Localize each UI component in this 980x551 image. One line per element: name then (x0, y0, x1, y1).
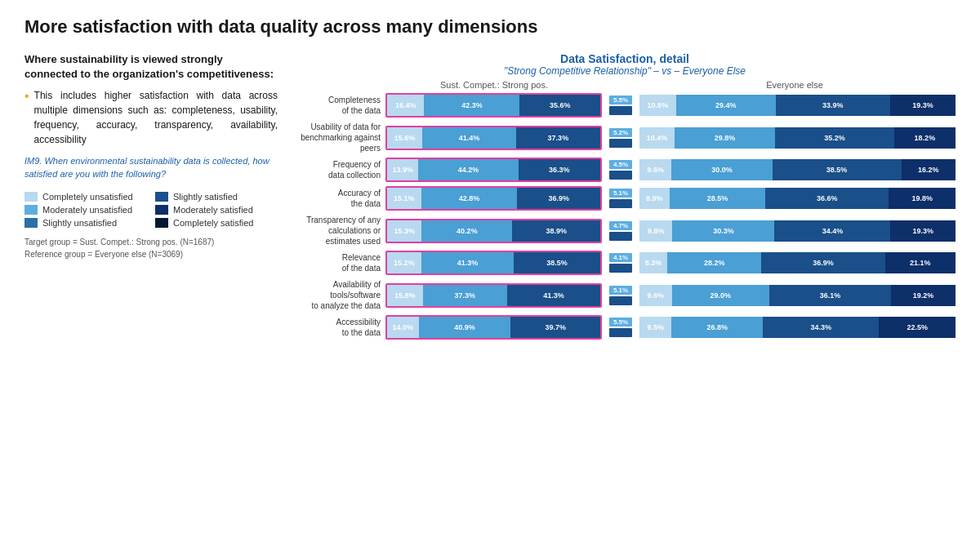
bar-segment: 19.3% (890, 95, 956, 116)
legend-color (155, 192, 168, 202)
divider-top: 5.1% (609, 189, 632, 198)
divider-col: 5.5% (607, 318, 635, 337)
bar-segment: 36.6% (765, 188, 889, 209)
bar-segment: 9.8% (639, 220, 672, 242)
bar-segment: 35.2% (775, 127, 894, 149)
bar-segment: 42.3% (424, 95, 519, 116)
bar-segment: 38.9% (512, 220, 600, 242)
bar-segment: 41.3% (507, 285, 600, 306)
bar-segment: 19.3% (890, 220, 956, 242)
bar-segment: 36.3% (519, 159, 600, 180)
bar-segment: 8.3% (639, 252, 667, 273)
left-bars: 15.8%37.3%41.3% (385, 283, 602, 308)
chart-row: Relevanceof the data15.2%41.3%38.5%4.1%8… (294, 251, 956, 275)
left-bars: 15.3%40.2%38.9% (385, 219, 602, 243)
bar-segment: 30.3% (672, 220, 774, 242)
legend-item: Slightly satisfied (155, 192, 278, 202)
divider-col: 4.1% (607, 253, 635, 273)
chart-row: Completenessof the data16.4%42.3%35.6%5.… (294, 93, 956, 118)
left-bars: 13.9%44.2%36.3% (385, 158, 602, 182)
right-bars: 9.6%29.0%36.1%19.2% (639, 285, 956, 306)
bar-segment: 38.5% (773, 159, 902, 180)
bar-segment: 19.2% (891, 285, 956, 306)
divider-top: 4.5% (609, 160, 632, 169)
legend-item: Moderately unsatisfied (24, 205, 147, 215)
divider-top: 4.7% (609, 221, 632, 230)
source-note: IM9. When environmental sustainability d… (24, 155, 278, 180)
bar-segment: 44.2% (418, 159, 518, 180)
chart-rows: Completenessof the data16.4%42.3%35.6%5.… (294, 93, 956, 340)
bar-segment: 37.3% (423, 285, 507, 306)
bar-segment: 26.8% (671, 317, 762, 338)
bar-segment: 36.9% (517, 188, 600, 209)
bar-segment: 21.1% (885, 252, 956, 273)
chart-headers: Sust. Compet.: Strong pos. Everyone else (294, 80, 956, 90)
legend-label: Slightly unsatisfied (42, 218, 117, 228)
chart-row: Transparency of anycalculations or estim… (294, 215, 956, 247)
divider-bottom (609, 296, 632, 305)
legend-item: Completely unsatisfied (24, 192, 147, 202)
divider-bottom (609, 139, 632, 148)
chart-row: Frequency ofdata collection13.9%44.2%36.… (294, 158, 956, 182)
legend-color (24, 192, 38, 202)
page-title: More satisfaction with data quality acro… (24, 16, 956, 38)
bar-segment: 15.1% (387, 188, 421, 209)
chart-title-sub: "Strong Competitive Relationship" – vs –… (294, 65, 956, 77)
row-label: Frequency ofdata collection (294, 159, 381, 180)
bar-segment: 14.0% (387, 317, 419, 338)
divider-top: 5.2% (609, 128, 632, 137)
bar-segment: 34.4% (774, 220, 890, 242)
footnote: Target group = Sust. Compet.: Strong pos… (24, 236, 278, 260)
legend-color (24, 205, 38, 215)
bar-segment: 36.1% (769, 285, 891, 306)
legend-item: Slightly unsatisfied (24, 218, 147, 228)
bar-segment: 10.8% (639, 95, 676, 116)
bar-segment: 33.9% (776, 95, 890, 116)
chart-title: Data Satisfaction, detail "Strong Compet… (294, 52, 956, 77)
left-panel: Where sustainability is viewed strongly … (24, 52, 278, 340)
divider-col: 5.1% (607, 286, 635, 305)
bar-segment: 38.5% (514, 252, 600, 273)
legend-label: Moderately unsatisfied (42, 205, 132, 215)
bar-segment: 39.7% (510, 317, 600, 338)
left-bars: 15.2%41.3%38.5% (385, 251, 602, 275)
divider-bottom (609, 199, 632, 208)
right-bars: 10.8%29.4%33.9%19.3% (639, 95, 956, 116)
bar-segment: 28.2% (667, 252, 761, 273)
divider-top: 5.5% (609, 318, 632, 327)
divider-col: 5.2% (607, 128, 635, 148)
right-bars: 9.5%26.8%34.3%22.5% (639, 317, 956, 338)
right-bars: 9.8%30.3%34.4%19.3% (639, 220, 956, 242)
left-bars: 15.6%41.4%37.3% (385, 126, 602, 150)
bar-segment: 15.8% (387, 285, 423, 306)
chart-row: Accuracy ofthe data15.1%42.8%36.9%5.1%8.… (294, 186, 956, 211)
bar-segment: 30.0% (671, 159, 772, 180)
intro-heading: Where sustainability is viewed strongly … (24, 52, 278, 82)
legend-label: Completely satisfied (173, 218, 253, 228)
bar-segment: 9.6% (639, 159, 671, 180)
bar-segment: 37.3% (516, 127, 600, 149)
chart-row: Availability of tools/softwareto analyze… (294, 279, 956, 311)
left-bars: 14.0%40.9%39.7% (385, 315, 602, 340)
legend-item: Moderately satisfied (155, 205, 278, 215)
bar-segment: 19.8% (889, 188, 956, 209)
bar-segment: 22.5% (879, 317, 956, 338)
legend-color (155, 218, 168, 228)
bar-segment: 8.9% (639, 188, 670, 209)
row-label: Usability of data forbenchmarking agains… (294, 122, 381, 153)
right-bars: 10.4%29.8%35.2%18.2% (639, 127, 956, 149)
divider-top: 4.1% (609, 253, 632, 262)
bar-segment: 9.6% (639, 285, 672, 306)
bar-segment: 29.4% (676, 95, 776, 116)
bar-segment: 41.3% (421, 252, 514, 273)
left-bars: 15.1%42.8%36.9% (385, 186, 602, 211)
legend: Completely unsatisfied Slightly satisfie… (24, 192, 278, 228)
bullet-icon: • (24, 88, 29, 105)
bar-segment: 36.9% (761, 252, 884, 273)
legend-color (155, 205, 168, 215)
left-bars: 16.4%42.3%35.6% (385, 93, 602, 118)
chart-row: Accessibilityto the data14.0%40.9%39.7%5… (294, 315, 956, 340)
bullet-text: This includes higher satisfaction with d… (34, 88, 278, 147)
legend-label: Completely unsatisfied (42, 192, 133, 202)
chart-row: Usability of data forbenchmarking agains… (294, 122, 956, 153)
